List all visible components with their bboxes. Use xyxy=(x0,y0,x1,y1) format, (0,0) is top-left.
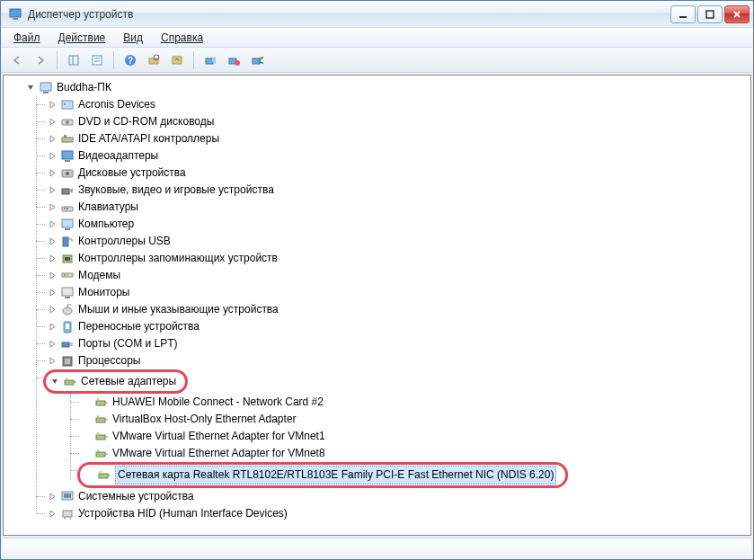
tree-category[interactable]: Видеоадаптеры xyxy=(47,147,747,164)
toolbar-separator xyxy=(113,51,114,69)
tree-category[interactable]: IDE ATA/ATAPI контроллеры xyxy=(47,130,747,147)
help-button[interactable]: ? xyxy=(120,49,141,71)
svg-point-51 xyxy=(66,378,67,379)
expand-icon[interactable] xyxy=(47,339,58,350)
window-controls xyxy=(669,5,750,23)
tree-category[interactable]: Системные устройства xyxy=(47,488,747,505)
svg-rect-20 xyxy=(62,101,73,109)
menu-view[interactable]: Вид xyxy=(116,30,150,46)
network-adapter-icon xyxy=(97,468,111,483)
category-label: Компьютер xyxy=(78,216,134,233)
collapse-icon[interactable] xyxy=(25,83,36,93)
expand-icon[interactable] xyxy=(47,288,58,298)
category-label: Мониторы xyxy=(78,284,129,301)
svg-rect-32 xyxy=(64,208,66,209)
svg-rect-60 xyxy=(99,474,108,478)
tree-category[interactable]: Дисковые устройства xyxy=(47,164,747,182)
device-icon xyxy=(60,166,75,181)
enable-button[interactable] xyxy=(200,49,221,71)
expand-icon[interactable] xyxy=(47,117,58,128)
svg-point-53 xyxy=(97,398,99,400)
device-label: VMware Virtual Ethernet Adapter for VMne… xyxy=(112,445,325,462)
titlebar[interactable]: Диспетчер устройств xyxy=(1,1,753,28)
tree-category[interactable]: Компьютер xyxy=(47,216,747,233)
computer-icon xyxy=(39,81,53,95)
expand-icon[interactable] xyxy=(47,322,58,333)
forward-button[interactable] xyxy=(30,49,51,71)
svg-rect-24 xyxy=(62,138,73,142)
menu-help[interactable]: Справка xyxy=(154,30,210,46)
tree-spacer xyxy=(84,470,94,481)
svg-point-41 xyxy=(67,274,68,276)
tree-category[interactable]: Порты (COM и LPT) xyxy=(47,335,747,352)
device-icon xyxy=(60,490,75,504)
close-button[interactable] xyxy=(724,5,750,23)
disable-button[interactable] xyxy=(223,49,244,71)
svg-point-59 xyxy=(97,449,99,451)
scan-button[interactable] xyxy=(143,49,164,71)
expand-icon[interactable] xyxy=(47,168,58,179)
svg-rect-0 xyxy=(10,9,21,17)
tree-category[interactable]: Клавиатуры xyxy=(47,199,747,216)
expand-icon[interactable] xyxy=(47,100,58,111)
collapse-icon[interactable] xyxy=(49,377,60,387)
tree-category[interactable]: Мыши и иные указывающие устройства xyxy=(47,301,747,318)
svg-rect-3 xyxy=(706,11,714,18)
tree-category[interactable]: Устройства HID (Human Interface Devices) xyxy=(47,505,747,522)
expand-icon[interactable] xyxy=(47,492,58,502)
expand-icon[interactable] xyxy=(47,236,58,247)
expand-icon[interactable] xyxy=(47,271,58,281)
expand-icon[interactable] xyxy=(47,509,58,520)
tree-category[interactable]: Контроллеры запоминающих устройств xyxy=(47,250,747,267)
properties-button[interactable] xyxy=(86,49,108,71)
back-button[interactable] xyxy=(6,49,28,71)
menu-action[interactable]: Действие xyxy=(51,30,113,46)
category-label: Acronis Devices xyxy=(78,96,155,113)
expand-icon[interactable] xyxy=(47,151,58,162)
tree-category[interactable]: Контроллеры USB xyxy=(47,233,747,250)
svg-rect-34 xyxy=(62,219,73,227)
svg-rect-64 xyxy=(63,511,72,517)
tree-category[interactable]: Мониторы xyxy=(47,284,747,301)
expand-icon[interactable] xyxy=(47,134,58,145)
network-adapter-icon xyxy=(94,430,109,444)
uninstall-button[interactable] xyxy=(246,49,268,71)
svg-rect-58 xyxy=(96,452,105,457)
tree-device[interactable]: VMware Virtual Ethernet Adapter for VMne… xyxy=(81,445,747,462)
tree-root[interactable]: Buddha-ПК xyxy=(7,79,747,96)
device-tree-panel[interactable]: Buddha-ПК Acronis Devices DVD и CD-ROM д… xyxy=(3,75,751,536)
tree-category[interactable]: Звуковые, видео и игровые устройства xyxy=(47,182,747,199)
expand-icon[interactable] xyxy=(47,202,58,213)
tree-device[interactable]: VMware Virtual Ethernet Adapter for VMne… xyxy=(81,428,747,445)
tree-category[interactable]: DVD и CD-ROM дисководы xyxy=(47,113,747,130)
svg-point-16 xyxy=(235,60,240,66)
show-tree-button[interactable] xyxy=(63,49,84,71)
minimize-button[interactable] xyxy=(670,5,696,23)
expand-icon[interactable] xyxy=(47,305,58,316)
category-label: Контроллеры USB xyxy=(78,233,171,250)
device-icon xyxy=(60,200,75,215)
category-label: Порты (COM и LPT) xyxy=(78,335,178,352)
svg-rect-30 xyxy=(62,189,69,194)
update-button[interactable] xyxy=(166,49,188,71)
tree-device[interactable]: VirtualBox Host-Only Ethernet Adapter xyxy=(81,411,747,428)
expand-icon[interactable] xyxy=(47,253,58,264)
tree-device-selected[interactable]: Сетевая карта Realtek RTL8102E/RTL8103E … xyxy=(81,462,747,488)
tree-category[interactable]: Переносные устройства xyxy=(47,318,747,335)
expand-icon[interactable] xyxy=(47,185,58,196)
maximize-button[interactable] xyxy=(697,5,723,23)
expand-icon[interactable] xyxy=(47,356,58,367)
menu-file[interactable]: Файл xyxy=(6,30,48,46)
tree-category[interactable]: Процессоры xyxy=(47,352,747,369)
tree-spacer xyxy=(81,397,92,408)
tree-category[interactable]: Модемы xyxy=(47,267,747,284)
svg-rect-52 xyxy=(96,401,105,405)
device-icon xyxy=(60,235,75,249)
tree-category[interactable]: Acronis Devices xyxy=(47,96,747,113)
device-icon xyxy=(60,269,75,283)
svg-rect-56 xyxy=(96,435,105,440)
tree-device[interactable]: HUAWEI Mobile Connect - Network Card #2 xyxy=(81,394,747,411)
tree-category-network[interactable]: Сетевые адаптеры xyxy=(47,369,747,394)
expand-icon[interactable] xyxy=(47,219,58,230)
window-title: Диспетчер устройств xyxy=(28,8,669,21)
